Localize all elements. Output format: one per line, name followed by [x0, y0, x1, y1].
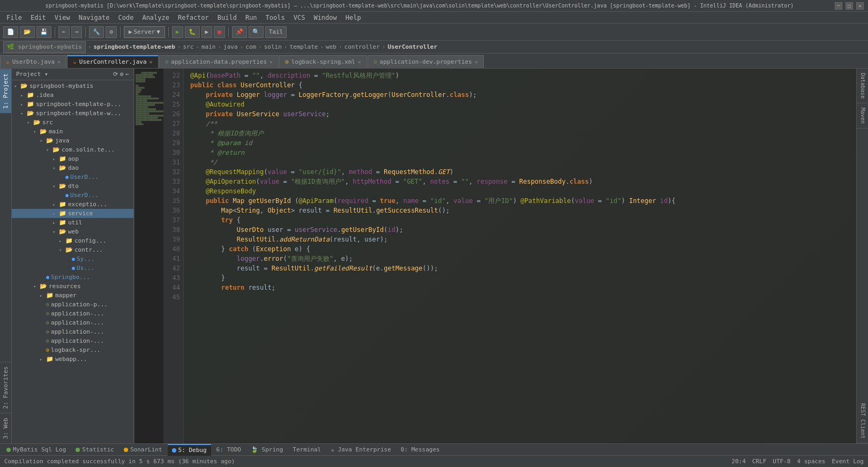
tree-item-27[interactable]: ⚙application-...: [12, 327, 133, 336]
tree-item-30[interactable]: ▸📁webapp...: [12, 355, 133, 364]
tab-userdto[interactable]: ☕ UserDto.java ✕: [0, 55, 66, 68]
nav-controller[interactable]: controller: [345, 43, 380, 50]
toolbar-back[interactable]: ←: [58, 26, 70, 38]
tab-usercontroller-close[interactable]: ✕: [149, 56, 153, 69]
nav-solin[interactable]: solin: [264, 43, 282, 50]
menu-run[interactable]: Run: [241, 12, 261, 24]
tree-item-7[interactable]: ▾📂com.solin.te...: [12, 145, 133, 154]
menu-build[interactable]: Build: [213, 12, 241, 24]
tree-item-8[interactable]: ▸📁aop: [12, 154, 133, 163]
bottom-tab-statistic[interactable]: Statistic: [71, 444, 118, 456]
toolbar-new[interactable]: 📄: [3, 26, 18, 38]
bottom-tab-java-enterprise[interactable]: ☕ Java Enterprise: [326, 444, 395, 456]
tree-item-21[interactable]: ●Springbo...: [12, 273, 133, 282]
indent-info[interactable]: 4 spaces: [797, 458, 825, 465]
tree-item-0[interactable]: ▾📂springboot-mybatis: [12, 81, 133, 91]
tree-item-22[interactable]: ▾📂resources: [12, 282, 133, 291]
tree-item-25[interactable]: ⚙application-...: [12, 309, 133, 318]
tree-item-20[interactable]: ●Us...: [12, 263, 133, 273]
tree-item-17[interactable]: ▸📁config...: [12, 236, 133, 245]
toolbar-save[interactable]: 💾: [36, 26, 51, 38]
toolbar-search[interactable]: 🔍: [249, 26, 264, 38]
toolbar-forward[interactable]: →: [71, 26, 83, 38]
left-tab-favorites[interactable]: 2: Favorites: [0, 361, 11, 413]
tree-item-11[interactable]: ▾📂dto: [12, 182, 133, 191]
tree-item-23[interactable]: ▸📁mapper: [12, 291, 133, 300]
encoding[interactable]: UTF-8: [773, 458, 790, 465]
debug-button[interactable]: 🐛: [185, 26, 200, 38]
tree-item-19[interactable]: ●Sy...: [12, 254, 133, 263]
tree-item-12[interactable]: ●UserD...: [12, 191, 133, 200]
toolbar-more1[interactable]: 🔧: [89, 26, 104, 38]
tab-logback[interactable]: ⚙ logback-spring.xml ✕: [279, 55, 367, 68]
nav-java[interactable]: java: [223, 43, 238, 50]
bottom-tab-debug[interactable]: 5: Debug: [168, 444, 211, 456]
menu-help[interactable]: Help: [341, 12, 365, 24]
bottom-tab-sonar[interactable]: SonarLint: [119, 444, 167, 456]
line-ending[interactable]: CRLF: [752, 458, 767, 465]
menu-code[interactable]: Code: [114, 12, 138, 24]
tree-item-14[interactable]: ▸📁service: [12, 209, 133, 218]
menu-navigate[interactable]: Navigate: [74, 12, 114, 24]
tree-item-24[interactable]: ⚙application-p...: [12, 300, 133, 309]
right-tab-database[interactable]: Database: [857, 69, 868, 103]
nav-web[interactable]: web: [326, 43, 336, 50]
tree-item-3[interactable]: ▾📂springboot-template-w...: [12, 109, 133, 118]
server-dropdown[interactable]: ▶ Server ▼: [124, 26, 165, 38]
nav-usercontroller[interactable]: UserController: [387, 43, 437, 50]
sidebar-gear-icon[interactable]: ⚙: [120, 71, 124, 78]
sidebar-hide-icon[interactable]: ←: [125, 71, 129, 78]
tree-item-2[interactable]: ▸📁springboot-template-p...: [12, 100, 133, 109]
toolbar-pin[interactable]: 📌: [232, 26, 247, 38]
tree-item-26[interactable]: ⚙application-...: [12, 318, 133, 327]
bottom-tab-terminal[interactable]: Terminal: [288, 444, 325, 456]
nav-com[interactable]: com: [245, 43, 256, 50]
root-nav-item[interactable]: 🌿 springboot-mybatis: [3, 41, 86, 53]
tree-item-18[interactable]: ▾📂contr...: [12, 245, 133, 254]
tree-item-10[interactable]: ●UserD...: [12, 172, 133, 182]
bottom-tab-mybatis[interactable]: MyBatis Sql Log: [2, 444, 70, 456]
menu-tools[interactable]: Tools: [261, 12, 289, 24]
menu-file[interactable]: File: [2, 12, 26, 24]
bottom-tab-messages[interactable]: 0: Messages: [396, 444, 444, 456]
tree-item-28[interactable]: ⚙application-...: [12, 336, 133, 345]
code-area[interactable]: @Api(basePath = "", description = "Restf…: [184, 69, 856, 443]
nav-src[interactable]: src: [183, 43, 193, 50]
nav-main[interactable]: main: [201, 43, 216, 50]
tab-usercontroller[interactable]: ☕ UserController.java ✕: [67, 55, 159, 68]
tab-appdata-close[interactable]: ✕: [270, 56, 273, 69]
run2-button[interactable]: ▶: [201, 26, 213, 38]
bottom-tab-todo[interactable]: 6: TODO: [212, 444, 245, 456]
stop-button[interactable]: ■: [214, 26, 225, 38]
tree-item-16[interactable]: ▾📂web: [12, 227, 133, 236]
left-tab-project[interactable]: 1: Project: [0, 69, 11, 113]
tree-item-6[interactable]: ▾📂java: [12, 136, 133, 145]
tree-item-4[interactable]: ▾📂src: [12, 118, 133, 127]
toolbar-open[interactable]: 📂: [20, 26, 35, 38]
bottom-tab-spring[interactable]: 🍃 Spring: [246, 444, 287, 456]
nav-template-web[interactable]: springboot-template-web: [93, 43, 175, 50]
right-tab-maven[interactable]: Maven: [857, 103, 868, 129]
sidebar-sync-icon[interactable]: ⟳: [113, 71, 118, 78]
menu-edit[interactable]: Edit: [26, 12, 50, 24]
menu-vcs[interactable]: VCS: [289, 12, 310, 24]
right-tab-rest[interactable]: REST Client: [857, 399, 868, 443]
tree-item-1[interactable]: ▸📁.idea: [12, 91, 133, 100]
minimize-button[interactable]: ─: [835, 2, 842, 10]
tab-userdto-close[interactable]: ✕: [57, 56, 61, 69]
menu-analyze[interactable]: Analyze: [138, 12, 174, 24]
tree-item-13[interactable]: ▸📁exceptio...: [12, 200, 133, 209]
tree-item-9[interactable]: ▾📂dao: [12, 163, 133, 172]
left-tab-web[interactable]: 3: Web: [0, 413, 11, 443]
tab-appdev[interactable]: ⚙ application-dev.properties ✕: [368, 55, 484, 68]
tab-logback-close[interactable]: ✕: [358, 56, 361, 69]
nav-template[interactable]: template: [289, 43, 318, 50]
cursor-position[interactable]: 20:4: [731, 458, 746, 465]
toolbar-tail[interactable]: Tail: [265, 26, 287, 38]
tab-appdev-close[interactable]: ✕: [475, 56, 478, 69]
run-button[interactable]: ▶: [172, 26, 183, 38]
maximize-button[interactable]: □: [845, 2, 853, 10]
toolbar-more2[interactable]: ⚙: [106, 26, 117, 38]
event-log[interactable]: Event Log: [832, 458, 864, 465]
tree-item-15[interactable]: ▸📁util: [12, 218, 133, 227]
